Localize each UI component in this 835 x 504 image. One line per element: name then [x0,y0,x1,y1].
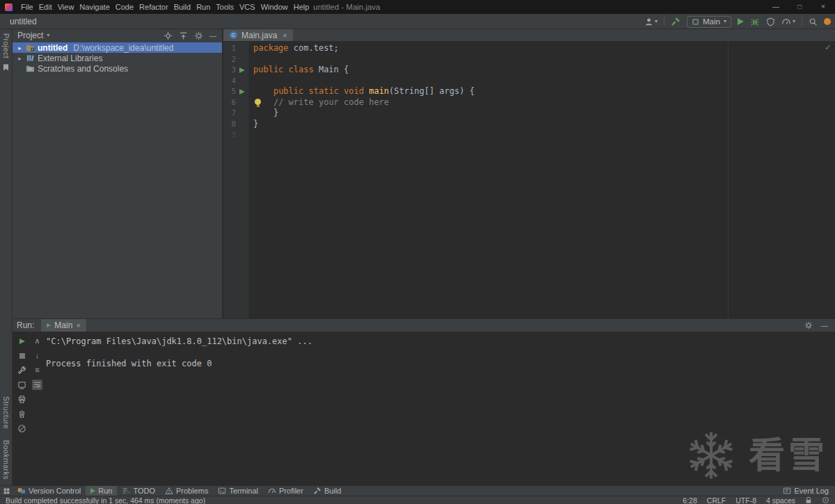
close-run-tab-icon[interactable]: × [76,321,80,330]
profiler-gauge-icon[interactable]: ▾ [781,17,795,26]
tree-item-path: D:\workspace_idea\untitled [73,43,173,53]
code-line-3[interactable]: 3public class Main { [223,65,835,76]
maximize-button[interactable]: □ [788,0,811,14]
menu-vcs[interactable]: VCS [237,0,258,14]
intention-bulb-icon[interactable] [255,99,261,105]
code-line-6[interactable]: 6 // write your code here [223,97,835,108]
menu-file[interactable]: File [18,0,36,14]
toolwindow-problems[interactable]: Problems [160,486,213,496]
tree-item-project-root[interactable]: ▸ untitled D:\workspace_idea\untitled [13,42,222,53]
stop-button[interactable] [17,350,27,361]
code-text: public class Main { [249,65,349,76]
menu-navigate[interactable]: Navigate [77,0,112,14]
editor-viewport[interactable]: 1package com.test;23public class Main {4… [223,42,835,318]
tab-main-java[interactable]: C Main.java × [223,29,293,41]
tree-item-external-libraries[interactable]: ▸ External Libraries [13,53,222,63]
toolwindow-terminal[interactable]: Terminal [213,486,263,496]
run-tab-main[interactable]: Main × [41,319,86,332]
user-icon[interactable]: ▾ [644,17,658,26]
stripe-project-button[interactable]: Project [2,33,10,58]
project-panel-title[interactable]: Project [17,31,43,40]
menu-code[interactable]: Code [113,0,136,14]
menu-window[interactable]: Window [258,0,291,14]
tree-item-scratches[interactable]: Scratches and Consoles [13,63,222,74]
menu-refactor[interactable]: Refactor [136,0,171,14]
mute-breakpoints-icon[interactable] [17,423,27,434]
code-line-1[interactable]: 1package com.test; [223,43,835,54]
menu-tools[interactable]: Tools [213,0,237,14]
menu-build[interactable]: Build [171,0,193,14]
locate-file-icon[interactable] [164,31,173,40]
update-notification-badge[interactable] [824,18,831,25]
bookmark-icon[interactable] [3,64,9,71]
run-line-icon[interactable] [239,67,245,73]
toolwindow-todo[interactable]: TODO [117,486,160,496]
window-controls: — □ × [764,0,835,14]
restore-layout-icon[interactable] [17,380,27,390]
edit-configurations-icon[interactable] [17,365,27,375]
tree-item-label: External Libraries [38,54,102,63]
toolwindow-event-log[interactable]: Event Log [778,486,834,496]
code-text [249,76,253,87]
toolwindow-version-control[interactable]: Version Control [13,486,86,496]
close-button[interactable]: × [811,0,835,14]
scroll-down-icon[interactable]: ↓ [32,350,42,361]
code-line-4[interactable]: 4 [223,76,835,87]
clear-console-icon[interactable] [17,409,27,419]
menu-view[interactable]: View [55,0,77,14]
line-separator[interactable]: CRLF [707,496,726,504]
code-text: } [249,119,258,130]
toolwindow-profiler[interactable]: Profiler [263,486,308,496]
menu-help[interactable]: Help [291,0,312,14]
toolwindow-run[interactable]: Run [86,486,117,496]
file-encoding[interactable]: UTF-8 [735,496,756,504]
gutter-marker [236,86,249,97]
expand-arrow-icon[interactable]: ▸ [17,44,23,51]
caret-position[interactable]: 6:28 [683,496,697,504]
rerun-button[interactable] [17,336,27,346]
search-everywhere-icon[interactable] [809,17,818,26]
debug-bug-icon[interactable] [750,17,760,26]
run-config-selector[interactable]: Main ▾ [687,16,731,28]
hide-run-panel-icon[interactable]: — [821,322,828,330]
inspection-status-icon[interactable]: ✓ [825,42,832,52]
code-line-9[interactable]: 9 [223,129,835,140]
build-hammer-icon[interactable] [671,17,681,26]
menu-edit[interactable]: Edit [36,0,55,14]
run-settings-gear-icon[interactable] [804,321,813,330]
soft-wrap-icon[interactable] [32,380,42,390]
breadcrumb[interactable]: untitled [10,17,37,26]
gutter-marker [236,129,249,140]
tool-window-switcher-icon[interactable] [0,487,13,495]
menu-run[interactable]: Run [193,0,213,14]
code-line-8[interactable]: 8} [223,119,835,130]
toolwindow-label: Run [98,487,112,495]
profiler-gauge-icon [268,487,276,495]
line-number: 8 [223,119,236,130]
notifications-icon[interactable] [822,496,829,504]
line-number: 3 [223,65,236,76]
print-console-icon[interactable] [17,394,27,405]
close-tab-icon[interactable]: × [283,31,287,40]
readonly-lock-icon[interactable] [805,496,812,504]
settings-gear-icon[interactable] [194,31,203,40]
stripe-bookmarks-button[interactable]: Bookmarks [2,440,10,480]
code-area[interactable]: 1package com.test;23public class Main {4… [223,43,835,140]
minimize-button[interactable]: — [764,0,788,14]
folder-icon [26,43,35,52]
run-button[interactable] [738,18,744,25]
collapse-all-icon[interactable] [179,31,188,40]
indent-style[interactable]: 4 spaces [766,496,795,504]
code-line-7[interactable]: 7 } [223,108,835,119]
code-line-5[interactable]: 5 public static void main(String[] args)… [223,86,835,97]
toolwindow-build[interactable]: Build [308,486,346,496]
console-menu-icon[interactable]: ≡ [32,365,42,375]
status-message[interactable]: Build completed successfully in 1 sec, 4… [6,496,205,504]
coverage-shield-icon[interactable] [766,17,775,26]
expand-arrow-icon[interactable]: ▸ [17,55,23,62]
code-line-2[interactable]: 2 [223,54,835,65]
hide-panel-icon[interactable]: — [209,32,216,40]
stripe-structure-button[interactable]: Structure [2,396,10,429]
scroll-up-icon[interactable]: ∧ [32,336,42,346]
run-line-icon[interactable] [239,89,245,95]
